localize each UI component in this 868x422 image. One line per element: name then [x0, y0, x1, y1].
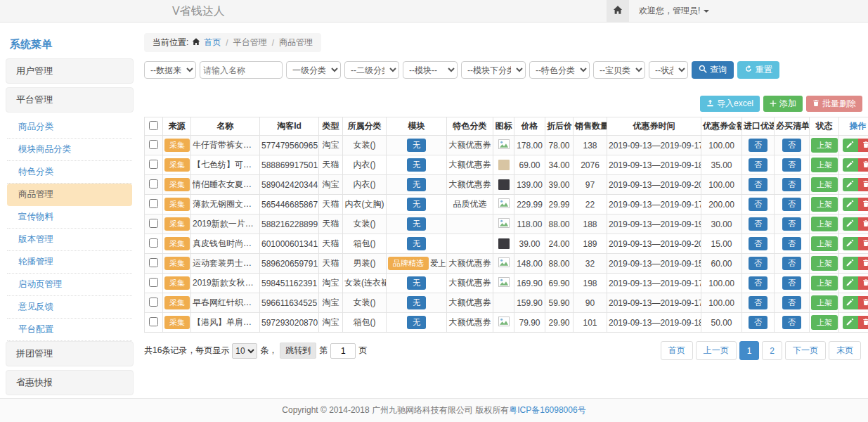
- filter-select[interactable]: --特色分类--: [529, 61, 590, 79]
- must-buy-toggle[interactable]: 否: [782, 296, 801, 309]
- delete-button[interactable]: [858, 178, 868, 191]
- select-all-checkbox[interactable]: [149, 121, 158, 130]
- row-checkbox[interactable]: [149, 278, 158, 287]
- import-select-toggle[interactable]: 否: [749, 296, 767, 309]
- page-number-input[interactable]: [330, 343, 356, 359]
- must-buy-toggle[interactable]: 否: [782, 316, 801, 329]
- filter-select[interactable]: --模块下分类--: [461, 61, 526, 79]
- must-buy-toggle[interactable]: 否: [782, 178, 801, 191]
- row-checkbox[interactable]: [149, 199, 158, 208]
- row-checkbox[interactable]: [149, 140, 158, 149]
- sidebar-item[interactable]: 平台管理: [6, 87, 134, 113]
- filter-select[interactable]: --宝贝类型--: [593, 61, 645, 79]
- page-button[interactable]: 末页: [829, 341, 861, 360]
- filter-select[interactable]: --模块--: [403, 61, 458, 79]
- row-checkbox[interactable]: [149, 160, 158, 169]
- page-button[interactable]: 首页: [661, 341, 693, 360]
- import-excel-button[interactable]: 导入excel: [700, 96, 760, 112]
- import-select-toggle[interactable]: 否: [749, 139, 767, 152]
- must-buy-toggle[interactable]: 否: [782, 276, 801, 290]
- filter-select[interactable]: --数据来源--: [144, 61, 196, 79]
- status-button[interactable]: 上架: [811, 197, 838, 212]
- import-select-toggle[interactable]: 否: [749, 257, 767, 270]
- filter-select[interactable]: --二级分类--: [344, 61, 399, 79]
- sidebar-item[interactable]: 拼团管理: [6, 341, 134, 366]
- edit-button[interactable]: [843, 257, 858, 270]
- sidebar-item[interactable]: 特色分类: [7, 161, 132, 184]
- edit-button[interactable]: [843, 316, 858, 329]
- row-checkbox[interactable]: [149, 258, 158, 267]
- sidebar-item[interactable]: 宣传物料: [7, 206, 132, 229]
- edit-button[interactable]: [843, 139, 858, 152]
- delete-button[interactable]: [858, 276, 868, 290]
- must-buy-toggle[interactable]: 否: [782, 198, 801, 211]
- delete-button[interactable]: [858, 139, 868, 152]
- delete-button[interactable]: [858, 217, 868, 231]
- sidebar-item[interactable]: 模块商品分类: [7, 139, 132, 161]
- per-page-select[interactable]: 10: [232, 343, 257, 359]
- must-buy-toggle[interactable]: 否: [782, 257, 801, 270]
- row-checkbox[interactable]: [149, 238, 158, 248]
- page-button[interactable]: 下一页: [785, 341, 826, 360]
- row-checkbox[interactable]: [149, 298, 158, 307]
- must-buy-toggle[interactable]: 否: [782, 158, 801, 172]
- delete-button[interactable]: [858, 316, 868, 329]
- must-buy-toggle[interactable]: 否: [782, 139, 801, 152]
- status-button[interactable]: 上架: [811, 158, 838, 172]
- status-button[interactable]: 上架: [811, 236, 838, 251]
- sidebar-item[interactable]: 平台配置: [7, 319, 132, 341]
- row-checkbox[interactable]: [149, 179, 158, 188]
- edit-button[interactable]: [843, 237, 858, 250]
- add-button[interactable]: 添加: [763, 96, 803, 112]
- status-button[interactable]: 上架: [811, 256, 838, 271]
- edit-button[interactable]: [843, 296, 858, 309]
- import-select-toggle[interactable]: 否: [749, 178, 767, 191]
- sidebar-item[interactable]: 商品管理: [7, 184, 132, 206]
- import-select-toggle[interactable]: 否: [749, 276, 767, 290]
- status-button[interactable]: 上架: [811, 315, 838, 330]
- import-select-toggle[interactable]: 否: [749, 198, 767, 211]
- sidebar-item[interactable]: 商品分类: [7, 116, 132, 139]
- edit-button[interactable]: [843, 276, 858, 290]
- sidebar-item[interactable]: 版本管理: [7, 229, 132, 251]
- page-button[interactable]: 1: [739, 341, 760, 360]
- row-checkbox[interactable]: [149, 317, 158, 326]
- home-button[interactable]: [607, 0, 629, 22]
- import-select-toggle[interactable]: 否: [749, 158, 767, 172]
- search-button[interactable]: 查询: [692, 61, 734, 79]
- status-button[interactable]: 上架: [811, 138, 838, 153]
- status-button[interactable]: 上架: [811, 177, 838, 192]
- breadcrumb-home-link[interactable]: 首页: [204, 37, 221, 49]
- import-select-toggle[interactable]: 否: [749, 237, 767, 250]
- batch-delete-button[interactable]: 批量删除: [806, 96, 862, 112]
- status-button[interactable]: 上架: [811, 217, 838, 231]
- filter-select[interactable]: --状态--: [649, 61, 688, 79]
- sidebar-item[interactable]: 意见反馈: [7, 296, 132, 319]
- page-button[interactable]: 2: [762, 341, 782, 360]
- sidebar-item[interactable]: 用户管理: [6, 58, 134, 84]
- user-menu[interactable]: 欢迎您，管理员!: [639, 5, 709, 17]
- sidebar-item[interactable]: 启动页管理: [7, 274, 132, 296]
- sidebar-item[interactable]: 省惠快报: [6, 370, 134, 395]
- delete-button[interactable]: [858, 257, 868, 270]
- must-buy-toggle[interactable]: 否: [782, 217, 801, 231]
- page-button[interactable]: 上一页: [696, 341, 737, 360]
- delete-button[interactable]: [858, 296, 868, 309]
- delete-button[interactable]: [858, 158, 868, 172]
- filter-select[interactable]: 一级分类: [286, 61, 341, 79]
- delete-button[interactable]: [858, 198, 868, 211]
- icp-link[interactable]: 粤ICP备16098006号: [509, 404, 585, 416]
- row-checkbox[interactable]: [149, 219, 158, 228]
- delete-button[interactable]: [858, 237, 868, 250]
- jump-button[interactable]: 跳转到: [280, 343, 316, 359]
- status-button[interactable]: 上架: [811, 295, 838, 310]
- edit-button[interactable]: [843, 217, 858, 231]
- import-select-toggle[interactable]: 否: [749, 217, 767, 231]
- edit-button[interactable]: [843, 158, 858, 172]
- edit-button[interactable]: [843, 178, 858, 191]
- sidebar-item[interactable]: 轮播管理: [7, 251, 132, 274]
- edit-button[interactable]: [843, 198, 858, 211]
- import-select-toggle[interactable]: 否: [749, 316, 767, 329]
- reset-button[interactable]: 重置: [737, 61, 779, 79]
- must-buy-toggle[interactable]: 否: [782, 237, 801, 250]
